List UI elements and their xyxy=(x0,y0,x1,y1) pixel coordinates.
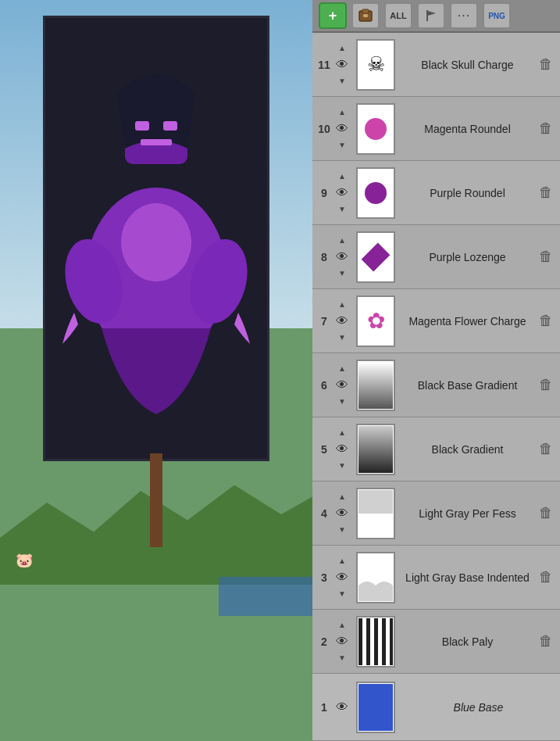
roundel-magenta-dot xyxy=(365,118,387,140)
layer-up-4[interactable]: ▲ xyxy=(334,491,350,503)
layer-up-3[interactable]: ▲ xyxy=(334,555,350,567)
layer-preview-1 xyxy=(356,682,395,733)
layer-name-11: Black Skull Charge xyxy=(400,59,535,71)
lozenge-purple-shape xyxy=(362,242,391,271)
flag-button[interactable] xyxy=(417,2,445,29)
layer-delete-7[interactable]: 🗑 xyxy=(535,310,557,332)
layer-controls-3: ▲ 👁 ▼ xyxy=(333,555,351,600)
layer-delete-6[interactable]: 🗑 xyxy=(535,374,557,396)
layer-name-8: Purple Lozenge xyxy=(400,251,535,263)
layer-down-2[interactable]: ▼ xyxy=(334,652,350,664)
layer-delete-2[interactable]: 🗑 xyxy=(535,631,557,653)
layer-controls-4: ▲ 👁 ▼ xyxy=(333,491,351,536)
layer-down-8[interactable]: ▼ xyxy=(334,267,350,280)
layer-up-2[interactable]: ▲ xyxy=(334,619,350,632)
layer-eye-8[interactable]: 👁 xyxy=(333,248,351,267)
svg-rect-2 xyxy=(135,121,149,131)
blue-base-preview xyxy=(358,684,393,731)
layer-name-6: Black Base Gradient xyxy=(400,379,535,392)
layer-number-5: 5 xyxy=(316,443,333,456)
layer-row-2: 2 ▲ 👁 ▼ Black Paly 🗑 xyxy=(312,610,560,674)
layer-eye-5[interactable]: 👁 xyxy=(333,440,351,459)
add-layer-button[interactable]: + xyxy=(319,2,347,29)
layer-preview-4 xyxy=(356,488,395,539)
layer-number-3: 3 xyxy=(316,571,333,584)
layer-row-8: 8 ▲ 👁 ▼ Purple Lozenge 🗑 xyxy=(312,225,560,289)
layer-up-8[interactable]: ▲ xyxy=(334,234,350,247)
layer-number-7: 7 xyxy=(316,315,333,328)
layer-up-9[interactable]: ▲ xyxy=(334,170,350,183)
layer-eye-6[interactable]: 👁 xyxy=(333,376,351,395)
layer-down-4[interactable]: ▼ xyxy=(334,524,350,536)
all-button[interactable]: ALL xyxy=(384,2,412,29)
layer-row-11: 11 ▲ 👁 ▼ ☠ Black Skull Charge 🗑 xyxy=(312,33,560,97)
layer-eye-4[interactable]: 👁 xyxy=(333,504,351,523)
layer-number-11: 11 xyxy=(316,59,333,71)
layer-preview-9 xyxy=(356,167,395,219)
layer-preview-7: ✿ xyxy=(356,295,395,347)
flower-preview: ✿ xyxy=(358,298,393,345)
layer-number-2: 2 xyxy=(316,635,333,648)
layer-row-9: 9 ▲ 👁 ▼ Purple Roundel 🗑 xyxy=(312,161,560,225)
layer-name-10: Magenta Roundel xyxy=(400,123,535,135)
svg-rect-8 xyxy=(51,23,262,47)
layer-eye-1[interactable]: 👁 xyxy=(333,698,351,717)
layer-row-1: 1 👁 Blue Base xyxy=(312,674,560,741)
layer-preview-5 xyxy=(356,424,395,475)
layer-up-10[interactable]: ▲ xyxy=(334,106,350,119)
layer-down-10[interactable]: ▼ xyxy=(334,139,350,152)
layer-up-6[interactable]: ▲ xyxy=(334,363,350,375)
png-label: PNG xyxy=(488,12,505,20)
layer-eye-9[interactable]: 👁 xyxy=(333,184,351,202)
roundel-purple-dot xyxy=(365,182,387,204)
layer-delete-4[interactable]: 🗑 xyxy=(535,503,557,524)
layer-down-6[interactable]: ▼ xyxy=(334,396,350,408)
layer-down-7[interactable]: ▼ xyxy=(334,331,350,344)
layer-delete-3[interactable]: 🗑 xyxy=(535,567,557,589)
layer-down-5[interactable]: ▼ xyxy=(334,460,350,472)
minecraft-preview: 🐷 xyxy=(0,0,312,741)
layer-name-2: Black Paly xyxy=(400,635,535,648)
layer-delete-8[interactable]: 🗑 xyxy=(535,246,557,268)
png-button[interactable]: PNG xyxy=(483,2,511,29)
layer-down-9[interactable]: ▼ xyxy=(334,203,350,216)
layer-controls-11: ▲ 👁 ▼ xyxy=(333,42,351,88)
layer-number-4: 4 xyxy=(316,507,333,520)
layer-name-7: Magenta Flower Charge xyxy=(400,315,535,328)
per-fess-preview xyxy=(358,490,393,537)
layer-delete-11[interactable]: 🗑 xyxy=(535,54,557,76)
layer-delete-10[interactable]: 🗑 xyxy=(535,118,557,140)
layer-eye-7[interactable]: 👁 xyxy=(333,312,351,331)
layer-name-4: Light Gray Per Fess xyxy=(400,507,535,520)
flag-icon xyxy=(424,9,438,23)
inventory-button[interactable] xyxy=(351,2,380,29)
base-indented-preview xyxy=(358,554,393,601)
layer-number-1: 1 xyxy=(316,701,333,714)
more-button[interactable]: ··· xyxy=(450,2,478,29)
layer-preview-10 xyxy=(356,103,395,155)
layer-up-5[interactable]: ▲ xyxy=(334,427,350,439)
layer-down-11[interactable]: ▼ xyxy=(334,75,350,88)
layer-name-1: Blue Base xyxy=(400,701,557,714)
layer-delete-5[interactable]: 🗑 xyxy=(535,439,557,460)
banner-character-svg xyxy=(51,23,262,453)
svg-point-7 xyxy=(121,203,191,281)
layer-row-5: 5 ▲ 👁 ▼ Black Gradient 🗑 xyxy=(312,417,560,481)
layer-controls-7: ▲ 👁 ▼ xyxy=(333,299,351,344)
layer-up-11[interactable]: ▲ xyxy=(334,42,350,55)
layer-row-3: 3 ▲ 👁 ▼ Light Gray Base Indented 🗑 xyxy=(312,546,560,610)
layer-eye-10[interactable]: 👁 xyxy=(333,120,351,138)
layer-number-8: 8 xyxy=(316,251,333,263)
layer-eye-3[interactable]: 👁 xyxy=(333,568,351,587)
svg-rect-13 xyxy=(426,10,428,21)
layer-down-3[interactable]: ▼ xyxy=(334,588,350,600)
toolbar: + ALL ··· PNG xyxy=(312,0,560,33)
gradient-black-base-preview xyxy=(358,362,393,409)
layer-controls-9: ▲ 👁 ▼ xyxy=(333,170,351,216)
layer-number-9: 9 xyxy=(316,187,333,199)
layer-delete-9[interactable]: 🗑 xyxy=(535,182,557,204)
layer-eye-11[interactable]: 👁 xyxy=(333,55,351,74)
layer-eye-2[interactable]: 👁 xyxy=(333,632,351,651)
layer-controls-5: ▲ 👁 ▼ xyxy=(333,427,351,472)
layer-up-7[interactable]: ▲ xyxy=(334,299,350,311)
